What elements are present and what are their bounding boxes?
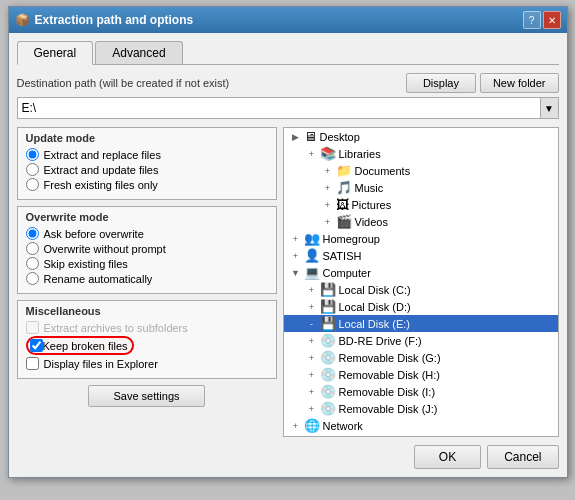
tree-label-libraries: Libraries bbox=[339, 148, 381, 160]
folder-icon-satish: 👤 bbox=[304, 248, 320, 263]
check-keep-broken: Keep broken files bbox=[26, 336, 268, 355]
expand-icon-desktop: ▶ bbox=[291, 132, 301, 142]
tree-label-local_e: Local Disk (E:) bbox=[339, 318, 411, 330]
tree-label-removable_g: Removable Disk (G:) bbox=[339, 352, 441, 364]
bottom-buttons: OK Cancel bbox=[17, 445, 559, 469]
tree-item-local_e[interactable]: - 💾 Local Disk (E:) bbox=[284, 315, 558, 332]
radio-extract-replace-label: Extract and replace files bbox=[44, 149, 161, 161]
check-extract-subfolders: Extract archives to subfolders bbox=[26, 321, 268, 334]
tree-item-removable_i[interactable]: + 💿 Removable Disk (I:) bbox=[284, 383, 558, 400]
tree-item-pictures[interactable]: + 🖼 Pictures bbox=[284, 196, 558, 213]
radio-rename-auto-label: Rename automatically bbox=[44, 273, 153, 285]
radio-overwrite-without-label: Overwrite without prompt bbox=[44, 243, 166, 255]
expand-icon-homegroup: + bbox=[291, 234, 301, 244]
radio-fresh-existing-label: Fresh existing files only bbox=[44, 179, 158, 191]
tab-general[interactable]: General bbox=[17, 41, 94, 65]
expand-icon-satish: + bbox=[291, 251, 301, 261]
close-button[interactable]: ✕ bbox=[543, 11, 561, 29]
overwrite-mode-title: Overwrite mode bbox=[26, 211, 268, 223]
keep-broken-highlight: Keep broken files bbox=[26, 336, 134, 355]
folder-icon-pictures: 🖼 bbox=[336, 197, 349, 212]
tree-label-network: Network bbox=[323, 420, 363, 432]
expand-icon-bd_re: + bbox=[307, 336, 317, 346]
check-extract-subfolders-input[interactable] bbox=[26, 321, 39, 334]
radio-skip-existing-input[interactable] bbox=[26, 257, 39, 270]
expand-icon-local_d: + bbox=[307, 302, 317, 312]
help-button[interactable]: ? bbox=[523, 11, 541, 29]
tree-item-computer[interactable]: ▼ 💻 Computer bbox=[284, 264, 558, 281]
tree-item-removable_h[interactable]: + 💿 Removable Disk (H:) bbox=[284, 366, 558, 383]
tree-label-homegroup: Homegroup bbox=[323, 233, 380, 245]
expand-icon-music: + bbox=[323, 183, 333, 193]
radio-overwrite-without: Overwrite without prompt bbox=[26, 242, 268, 255]
display-button[interactable]: Display bbox=[406, 73, 476, 93]
expand-icon-pictures: + bbox=[323, 200, 333, 210]
expand-icon-libraries: + bbox=[307, 149, 317, 159]
expand-icon-network: + bbox=[291, 421, 301, 431]
folder-icon-desktop: 🖥 bbox=[304, 129, 317, 144]
save-settings-button[interactable]: Save settings bbox=[88, 385, 204, 407]
tree-item-libraries[interactable]: + 📚 Libraries bbox=[284, 145, 558, 162]
left-panel: Update mode Extract and replace files Ex… bbox=[17, 127, 277, 437]
path-input[interactable] bbox=[17, 97, 541, 119]
tree-label-removable_j: Removable Disk (J:) bbox=[339, 403, 438, 415]
expand-icon-removable_i: + bbox=[307, 387, 317, 397]
tree-item-local_c[interactable]: + 💾 Local Disk (C:) bbox=[284, 281, 558, 298]
folder-icon-local_e: 💾 bbox=[320, 316, 336, 331]
folder-icon-removable_j: 💿 bbox=[320, 401, 336, 416]
expand-icon-local_c: + bbox=[307, 285, 317, 295]
update-mode-group: Update mode Extract and replace files Ex… bbox=[17, 127, 277, 200]
tree-item-bd_re[interactable]: + 💿 BD-RE Drive (F:) bbox=[284, 332, 558, 349]
check-display-explorer: Display files in Explorer bbox=[26, 357, 268, 370]
tree-item-satish[interactable]: + 👤 SATISH bbox=[284, 247, 558, 264]
radio-extract-update-input[interactable] bbox=[26, 163, 39, 176]
tree-item-videos[interactable]: + 🎬 Videos bbox=[284, 213, 558, 230]
main-area: Update mode Extract and replace files Ex… bbox=[17, 127, 559, 437]
tree-label-removable_h: Removable Disk (H:) bbox=[339, 369, 440, 381]
tree-item-music[interactable]: + 🎵 Music bbox=[284, 179, 558, 196]
new-folder-button[interactable]: New folder bbox=[480, 73, 559, 93]
folder-icon-homegroup: 👥 bbox=[304, 231, 320, 246]
tree-label-music: Music bbox=[355, 182, 384, 194]
tree-item-network[interactable]: + 🌐 Network bbox=[284, 417, 558, 434]
radio-extract-replace: Extract and replace files bbox=[26, 148, 268, 161]
radio-ask-before-input[interactable] bbox=[26, 227, 39, 240]
radio-fresh-existing-input[interactable] bbox=[26, 178, 39, 191]
radio-skip-existing: Skip existing files bbox=[26, 257, 268, 270]
radio-rename-auto-input[interactable] bbox=[26, 272, 39, 285]
tree-label-documents: Documents bbox=[355, 165, 411, 177]
tree-label-videos: Videos bbox=[355, 216, 388, 228]
tree-label-pictures: Pictures bbox=[352, 199, 392, 211]
folder-icon-local_c: 💾 bbox=[320, 282, 336, 297]
radio-extract-replace-input[interactable] bbox=[26, 148, 39, 161]
ok-button[interactable]: OK bbox=[414, 445, 481, 469]
update-mode-title: Update mode bbox=[26, 132, 268, 144]
tree-item-removable_g[interactable]: + 💿 Removable Disk (G:) bbox=[284, 349, 558, 366]
window-title: Extraction path and options bbox=[35, 13, 194, 27]
cancel-button[interactable]: Cancel bbox=[487, 445, 558, 469]
radio-ask-before: Ask before overwrite bbox=[26, 227, 268, 240]
tab-advanced[interactable]: Advanced bbox=[95, 41, 182, 64]
radio-fresh-existing: Fresh existing files only bbox=[26, 178, 268, 191]
folder-tree[interactable]: ▶ 🖥 Desktop+ 📚 Libraries+ 📁 Documents+ 🎵… bbox=[283, 127, 559, 437]
tree-label-bd_re: BD-RE Drive (F:) bbox=[339, 335, 422, 347]
folder-icon-documents: 📁 bbox=[336, 163, 352, 178]
tree-label-local_c: Local Disk (C:) bbox=[339, 284, 411, 296]
radio-overwrite-without-input[interactable] bbox=[26, 242, 39, 255]
tree-label-computer: Computer bbox=[323, 267, 371, 279]
path-dropdown[interactable]: ▼ bbox=[541, 97, 559, 119]
tree-item-local_d[interactable]: + 💾 Local Disk (D:) bbox=[284, 298, 558, 315]
folder-icon-removable_h: 💿 bbox=[320, 367, 336, 382]
check-extract-subfolders-label: Extract archives to subfolders bbox=[44, 322, 188, 334]
check-keep-broken-input[interactable] bbox=[30, 339, 43, 352]
expand-icon-removable_h: + bbox=[307, 370, 317, 380]
title-bar: 📦 Extraction path and options ? ✕ bbox=[9, 7, 567, 33]
tree-item-homegroup[interactable]: + 👥 Homegroup bbox=[284, 230, 558, 247]
expand-icon-documents: + bbox=[323, 166, 333, 176]
tree-item-documents[interactable]: + 📁 Documents bbox=[284, 162, 558, 179]
tree-item-desktop[interactable]: ▶ 🖥 Desktop bbox=[284, 128, 558, 145]
tree-label-satish: SATISH bbox=[323, 250, 362, 262]
check-display-explorer-input[interactable] bbox=[26, 357, 39, 370]
check-keep-broken-label: Keep broken files bbox=[43, 340, 128, 352]
tree-item-removable_j[interactable]: + 💿 Removable Disk (J:) bbox=[284, 400, 558, 417]
